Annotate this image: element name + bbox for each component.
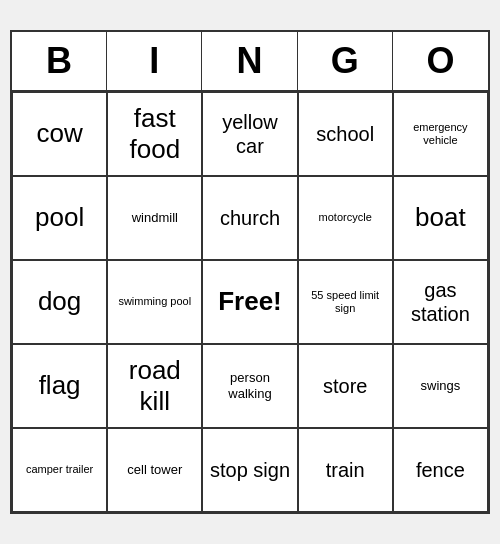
cell-text-1: fast food	[112, 103, 197, 165]
cell-text-19: swings	[421, 378, 461, 394]
cell-text-22: stop sign	[210, 458, 290, 482]
bingo-cell-1[interactable]: fast food	[107, 92, 202, 176]
bingo-cell-9[interactable]: boat	[393, 176, 488, 260]
cell-text-7: church	[220, 206, 280, 230]
bingo-cell-3[interactable]: school	[298, 92, 393, 176]
cell-text-5: pool	[35, 202, 84, 233]
bingo-grid: cowfast foodyellow carschoolemergency ve…	[12, 92, 488, 512]
cell-text-3: school	[316, 122, 374, 146]
header-letter-i: I	[107, 32, 202, 90]
cell-text-21: cell tower	[127, 462, 182, 478]
cell-text-13: 55 speed limit sign	[303, 289, 388, 315]
bingo-cell-18[interactable]: store	[298, 344, 393, 428]
cell-text-2: yellow car	[207, 110, 292, 158]
cell-text-20: camper trailer	[26, 463, 93, 476]
cell-text-9: boat	[415, 202, 466, 233]
cell-text-14: gas station	[398, 278, 483, 326]
bingo-cell-23[interactable]: train	[298, 428, 393, 512]
cell-text-0: cow	[36, 118, 82, 149]
bingo-cell-5[interactable]: pool	[12, 176, 107, 260]
cell-text-23: train	[326, 458, 365, 482]
cell-text-4: emergency vehicle	[398, 121, 483, 147]
cell-text-16: road kill	[112, 355, 197, 417]
bingo-cell-19[interactable]: swings	[393, 344, 488, 428]
header-letter-g: G	[298, 32, 393, 90]
bingo-cell-20[interactable]: camper trailer	[12, 428, 107, 512]
bingo-cell-12[interactable]: Free!	[202, 260, 297, 344]
cell-text-10: dog	[38, 286, 81, 317]
bingo-cell-10[interactable]: dog	[12, 260, 107, 344]
bingo-cell-2[interactable]: yellow car	[202, 92, 297, 176]
bingo-cell-15[interactable]: flag	[12, 344, 107, 428]
cell-text-11: swimming pool	[118, 295, 191, 308]
bingo-cell-7[interactable]: church	[202, 176, 297, 260]
bingo-cell-8[interactable]: motorcycle	[298, 176, 393, 260]
cell-text-24: fence	[416, 458, 465, 482]
bingo-cell-14[interactable]: gas station	[393, 260, 488, 344]
bingo-cell-24[interactable]: fence	[393, 428, 488, 512]
header-letter-n: N	[202, 32, 297, 90]
bingo-cell-17[interactable]: person walking	[202, 344, 297, 428]
bingo-header: BINGO	[12, 32, 488, 92]
header-letter-o: O	[393, 32, 488, 90]
cell-text-17: person walking	[207, 370, 292, 401]
bingo-cell-6[interactable]: windmill	[107, 176, 202, 260]
cell-text-6: windmill	[132, 210, 178, 226]
bingo-cell-21[interactable]: cell tower	[107, 428, 202, 512]
cell-text-8: motorcycle	[319, 211, 372, 224]
cell-text-12: Free!	[218, 286, 282, 317]
cell-text-15: flag	[39, 370, 81, 401]
cell-text-18: store	[323, 374, 367, 398]
bingo-cell-16[interactable]: road kill	[107, 344, 202, 428]
bingo-cell-4[interactable]: emergency vehicle	[393, 92, 488, 176]
bingo-cell-13[interactable]: 55 speed limit sign	[298, 260, 393, 344]
bingo-cell-22[interactable]: stop sign	[202, 428, 297, 512]
header-letter-b: B	[12, 32, 107, 90]
bingo-card: BINGO cowfast foodyellow carschoolemerge…	[10, 30, 490, 514]
bingo-cell-0[interactable]: cow	[12, 92, 107, 176]
bingo-cell-11[interactable]: swimming pool	[107, 260, 202, 344]
